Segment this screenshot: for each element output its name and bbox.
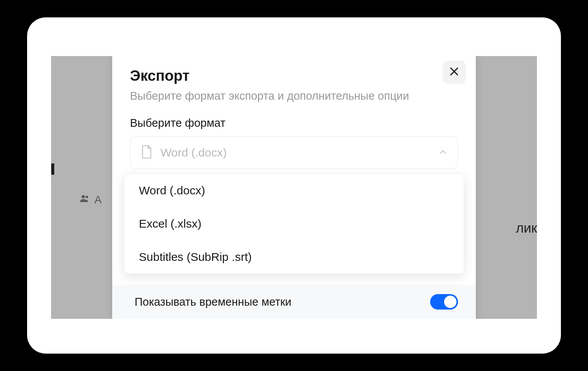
bg-speaker-fragment: ликер	[516, 220, 537, 236]
modal-header: Экспорт Выберите формат экспорта и допол…	[112, 56, 476, 107]
bg-users-label: А	[94, 194, 102, 206]
close-icon	[448, 66, 460, 79]
file-icon	[140, 145, 153, 161]
format-option-docx[interactable]: Word (.docx)	[124, 174, 464, 207]
modal-subtitle: Выберите формат экспорта и дополнительны…	[130, 89, 458, 104]
bg-title-fragment: телы	[51, 155, 56, 180]
format-selected-value: Word (.docx)	[161, 146, 431, 159]
timestamps-row: Показывать временные метки	[112, 285, 476, 319]
format-label: Выберите формат	[130, 117, 458, 129]
toggle-knob	[444, 296, 456, 308]
timestamps-toggle[interactable]	[430, 294, 458, 310]
modal-title: Экспорт	[130, 68, 458, 84]
content-window: телы А ликер Экспорт Выберите формат экс…	[51, 56, 537, 319]
timestamps-label: Показывать временные метки	[135, 296, 291, 308]
svg-point-0	[82, 195, 85, 198]
format-option-xlsx[interactable]: Excel (.xlsx)	[124, 207, 464, 240]
chevron-up-icon	[438, 147, 448, 158]
format-option-srt[interactable]: Subtitles (SubRip .srt)	[124, 240, 464, 274]
format-section: Выберите формат Word (.docx)	[112, 107, 476, 169]
close-button[interactable]	[443, 61, 466, 84]
users-icon	[79, 193, 91, 207]
app-frame: телы А ликер Экспорт Выберите формат экс…	[27, 17, 561, 354]
format-select[interactable]: Word (.docx)	[130, 136, 458, 169]
export-modal: Экспорт Выберите формат экспорта и допол…	[112, 56, 476, 319]
format-dropdown: Word (.docx) Excel (.xlsx) Subtitles (Su…	[124, 174, 464, 274]
svg-point-1	[86, 196, 88, 198]
